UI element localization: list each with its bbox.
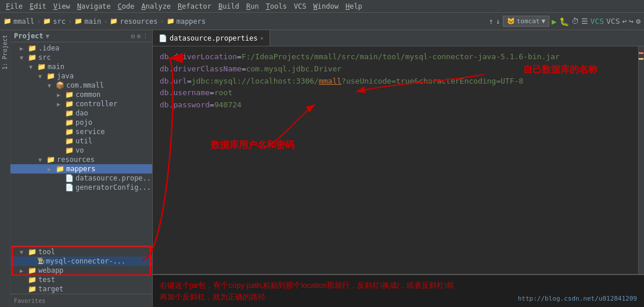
breadcrumb-src[interactable]: 📁 src	[43, 17, 66, 26]
code-line-5: db.password=940724	[160, 99, 637, 111]
tree-item-webapp[interactable]: ▶ 📁 webapp	[10, 266, 152, 275]
file-tab-icon: 📄	[159, 34, 167, 42]
menu-build[interactable]: Build	[215, 0, 243, 12]
tree-item-main[interactable]: ▼ 📁 main	[10, 62, 152, 71]
tree-item-controller[interactable]: ▶ 📁 controller	[10, 99, 152, 109]
tree-item-vo[interactable]: ▶ 📁 vo	[10, 146, 152, 155]
toolbar-right: ↑ ↓ 🐱 tomcat ▼ ▶ 🐛 ⏱ ☰ VCS VCS ↩ ↪ ⚙	[489, 16, 641, 27]
menu-view[interactable]: View	[50, 0, 74, 12]
breadcrumb-resources[interactable]: 📁 resources	[110, 17, 157, 26]
folder-icon: 📁	[28, 276, 37, 284]
main-layout: 1: Project Project ▼ ⊟ ⚙ ⋮ ▶ 📁 .idea	[0, 30, 644, 307]
folder-icon: 📁	[46, 156, 55, 164]
folder-icon: 📁	[28, 285, 37, 293]
menu-window[interactable]: Window	[310, 0, 342, 12]
tomcat-dropdown[interactable]: 🐱 tomcat ▼	[503, 16, 549, 27]
tree-item-idea[interactable]: ▶ 📁 .idea	[10, 44, 152, 53]
folder-icon: 📁	[3, 17, 12, 25]
vcs-icon-2[interactable]: ↓	[496, 17, 501, 26]
folder-icon: 📁	[110, 17, 118, 25]
menu-edit[interactable]: Edit	[26, 0, 50, 12]
arrow-icon: ▶	[57, 147, 65, 154]
tree-item-mappers[interactable]: ▶ 📁 mappers	[10, 164, 152, 174]
right-indicator	[638, 46, 644, 274]
folder-icon: 📁	[65, 146, 74, 154]
undo-button[interactable]: ↩	[623, 17, 627, 26]
arrow-icon: ▶	[57, 138, 65, 145]
tree-item-dao[interactable]: ▶ 📁 dao	[10, 109, 152, 118]
arrow-icon: ▼	[48, 82, 56, 89]
breadcrumb-mmall[interactable]: 📁 mmall	[3, 17, 34, 26]
tree-item-mysql-connector[interactable]: ▶ 🗜 mysql-connector-...	[10, 257, 152, 266]
arrow-icon: ▶	[29, 258, 37, 265]
jar-icon: 🗜	[37, 257, 44, 265]
vcs-update-button[interactable]: VCS	[591, 17, 604, 26]
gear-icon[interactable]: ⋮	[142, 32, 149, 40]
sidebar: Project ▼ ⊟ ⚙ ⋮ ▶ 📁 .idea	[10, 30, 153, 307]
profile-button[interactable]: ⏱	[571, 17, 579, 26]
menu-navigate[interactable]: Navigate	[74, 0, 114, 12]
tree-item-java[interactable]: ▼ 📁 java	[10, 71, 152, 81]
arrow-icon: ▼	[38, 157, 46, 163]
tree-item-pojo[interactable]: ▶ 📁 pojo	[10, 118, 152, 127]
menu-analyze[interactable]: Analyze	[138, 0, 175, 12]
tree-item-tool[interactable]: ▼ 📁 tool	[10, 247, 152, 257]
menu-vcs[interactable]: VCS	[290, 0, 310, 12]
arrow-icon: ▼	[20, 249, 28, 255]
menu-tools[interactable]: Tools	[262, 0, 290, 12]
tabs-bar: 📄 datasource.properties ✕	[153, 30, 644, 46]
arrow-icon: ▶	[20, 286, 28, 292]
tab-close-button[interactable]: ✕	[260, 35, 264, 41]
arrow-icon: ▼	[38, 73, 46, 80]
warning-indicator	[639, 58, 643, 60]
sidebar-title: Project	[14, 32, 44, 40]
favorites-label: Favorites	[14, 298, 45, 304]
tree-item-src[interactable]: ▼ 📁 src	[10, 53, 152, 62]
vcs-commit-button[interactable]: VCS	[606, 17, 620, 26]
editor-panel: 7: Structure 📄 datasource.properties ✕ d…	[153, 30, 644, 307]
menu-bar: File Edit View Navigate Code Analyze Ref…	[0, 0, 644, 13]
tree-item-resources[interactable]: ▼ 📁 resources	[10, 155, 152, 164]
sidebar-header: Project ▼ ⊟ ⚙ ⋮	[10, 30, 152, 42]
far-left-panel: 1: Project	[0, 30, 10, 307]
tab-datasource[interactable]: 📄 datasource.properties ✕	[153, 30, 270, 46]
arrow-icon: ▶	[57, 175, 65, 182]
chevron-down-icon: ▼	[541, 17, 545, 25]
folder-icon: 📁	[43, 17, 51, 25]
coverage-button[interactable]: ☰	[581, 17, 588, 26]
run-button[interactable]: ▶	[552, 17, 556, 26]
project-tab[interactable]: 1: Project	[1, 30, 9, 74]
annotation-dbname-text: 自己数据库的名称	[523, 64, 598, 74]
folder-icon: 📁	[28, 53, 37, 62]
editor-area[interactable]: db.driverLocation=F:/IdeaProjects/mmall/…	[153, 46, 644, 116]
tree-item-generatorconfig[interactable]: ▶ 📄 generatorConfig....	[10, 183, 152, 192]
tree-item-common[interactable]: ▶ 📁 common	[10, 90, 152, 99]
redo-button[interactable]: ↪	[629, 17, 634, 26]
arrow-icon: ▶	[20, 45, 28, 52]
menu-run[interactable]: Run	[243, 0, 262, 12]
settings-button[interactable]: ⚙	[136, 32, 141, 40]
settings-button[interactable]: ⚙	[636, 17, 641, 26]
breadcrumb-mappers[interactable]: 📁 mappers	[167, 17, 206, 26]
collapse-all-button[interactable]: ⊟	[131, 32, 135, 40]
tree-item-datasource[interactable]: ▶ 📄 datasource.prope...	[10, 174, 152, 183]
tree-item-test[interactable]: ▶ 📁 test	[10, 275, 152, 284]
tomcat-label: tomcat	[517, 17, 540, 25]
folder-icon: 📁	[46, 72, 55, 80]
arrow-icon: ▶	[57, 92, 65, 98]
menu-help[interactable]: Help	[342, 0, 366, 12]
folder-icon: 📁	[74, 17, 82, 25]
vcs-icon-1[interactable]: ↑	[489, 17, 494, 26]
arrow-icon: ▶	[20, 277, 28, 283]
menu-file[interactable]: File	[2, 0, 26, 12]
tree-item-target[interactable]: ▶ 📁 target	[10, 284, 152, 294]
folder-icon: 📁	[65, 128, 74, 136]
tree-item-com-mmall[interactable]: ▼ 📦 com.mmall	[10, 81, 152, 90]
tree-item-service[interactable]: ▶ 📁 service	[10, 127, 152, 136]
debug-button[interactable]: 🐛	[559, 17, 569, 26]
tree-item-util[interactable]: ▶ 📁 util	[10, 136, 152, 146]
breadcrumb-main[interactable]: 📁 main	[74, 17, 101, 26]
menu-code[interactable]: Code	[114, 0, 138, 12]
menu-refactor[interactable]: Refactor	[174, 0, 215, 12]
tomcat-icon: 🐱	[507, 17, 515, 25]
